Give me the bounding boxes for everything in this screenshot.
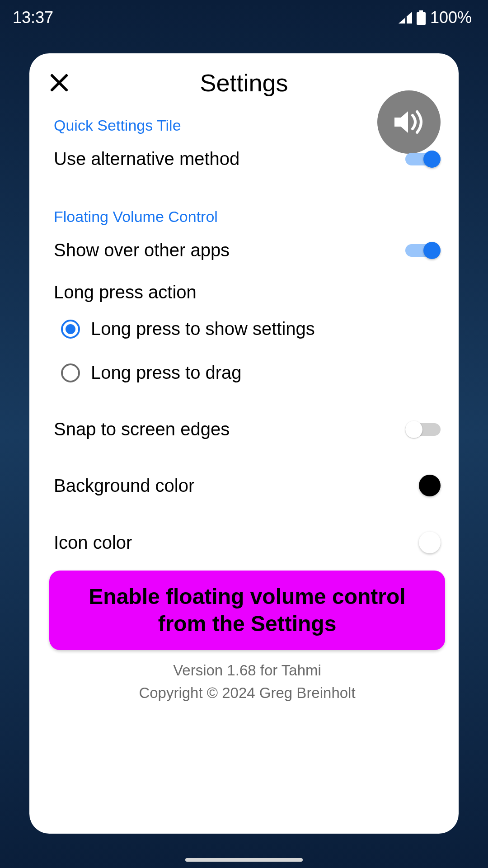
toggle-alt-method[interactable] bbox=[405, 151, 441, 168]
close-icon bbox=[50, 73, 69, 92]
row-icon-color: Icon color bbox=[54, 521, 441, 564]
status-bar: 13:37 100% bbox=[0, 0, 488, 35]
radio-long-press-drag[interactable]: Long press to drag bbox=[54, 351, 441, 395]
swatch-icon-color[interactable] bbox=[419, 532, 441, 553]
label-show-over: Show over other apps bbox=[54, 240, 230, 260]
label-icon-color: Icon color bbox=[54, 533, 132, 553]
label-snap: Snap to screen edges bbox=[54, 419, 230, 439]
toggle-show-over[interactable] bbox=[405, 242, 441, 259]
radio-label-settings: Long press to show settings bbox=[91, 319, 315, 339]
status-time: 13:37 bbox=[13, 8, 53, 27]
section-floating: Floating Volume Control bbox=[54, 208, 441, 226]
copyright-text: Copyright © 2024 Greg Breinholt bbox=[54, 682, 441, 704]
toggle-snap[interactable] bbox=[405, 421, 441, 438]
volume-icon bbox=[393, 108, 425, 136]
row-alt-method: Use alternative method bbox=[54, 138, 441, 180]
radio-label-drag: Long press to drag bbox=[91, 363, 242, 383]
version-text: Version 1.68 for Tahmi bbox=[54, 659, 441, 682]
card-header: Settings bbox=[47, 67, 441, 99]
label-long-press: Long press action bbox=[54, 271, 441, 307]
battery-pct: 100% bbox=[430, 8, 472, 27]
status-right: 100% bbox=[399, 8, 472, 27]
footer: Version 1.68 for Tahmi Copyright © 2024 … bbox=[54, 659, 441, 704]
row-snap: Snap to screen edges bbox=[54, 408, 441, 450]
content: Quick Settings Tile Use alternative meth… bbox=[47, 107, 441, 821]
row-bg-color: Background color bbox=[54, 464, 441, 507]
svg-rect-1 bbox=[417, 12, 426, 25]
radio-icon bbox=[61, 320, 80, 339]
home-indicator[interactable] bbox=[185, 858, 303, 862]
settings-card: Settings Quick Settings Tile Use alterna… bbox=[29, 53, 459, 834]
swatch-bg-color[interactable] bbox=[419, 475, 441, 496]
close-button[interactable] bbox=[47, 71, 71, 94]
signal-icon bbox=[399, 12, 412, 24]
svg-rect-0 bbox=[419, 10, 423, 12]
floating-volume-button[interactable] bbox=[377, 90, 441, 154]
battery-icon bbox=[417, 10, 426, 25]
radio-icon bbox=[61, 363, 80, 382]
banner-text: Enable floating volume control from the … bbox=[63, 583, 432, 637]
page-title: Settings bbox=[200, 69, 288, 97]
promo-banner: Enable floating volume control from the … bbox=[49, 571, 445, 650]
row-show-over: Show over other apps bbox=[54, 229, 441, 271]
radio-long-press-settings[interactable]: Long press to show settings bbox=[54, 307, 441, 351]
label-alt-method: Use alternative method bbox=[54, 149, 239, 169]
label-bg-color: Background color bbox=[54, 476, 194, 496]
